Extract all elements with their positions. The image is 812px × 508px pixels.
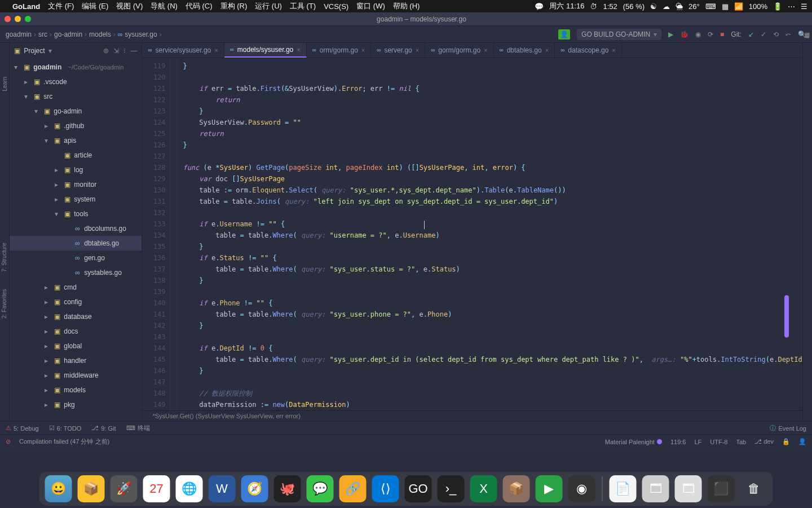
tree-item-models[interactable]: ▸▣models (10, 383, 142, 397)
tab-dbtables-go[interactable]: ∞dbtables.go× (494, 43, 555, 58)
close-tab-icon[interactable]: × (612, 47, 615, 54)
dock-launchpad[interactable]: 🚀 (111, 475, 138, 502)
todo-tool-tab[interactable]: ☑6: TODO (49, 424, 82, 432)
settings-icon[interactable]: ⁝ (123, 47, 126, 55)
crumb-4[interactable]: sysuser.go (125, 30, 157, 38)
mem-icon[interactable]: 👤 (798, 438, 806, 445)
collapse-icon[interactable]: ⇲ (113, 47, 119, 55)
left-tool-structure[interactable]: 7: Structure (1, 243, 7, 272)
breadcrumb[interactable]: goadmin› src› go-admin› models› ∞ sysuse… (6, 30, 162, 38)
user-icon[interactable]: 👤 (558, 29, 570, 40)
dock-finder[interactable]: 😀 (45, 475, 72, 502)
indent[interactable]: Tab (736, 439, 746, 445)
close-tab-icon[interactable]: × (214, 47, 218, 54)
crumb-2[interactable]: go-admin (54, 30, 82, 38)
dock-doc-3[interactable]: 🗔 (675, 475, 702, 502)
close-tab-icon[interactable]: × (361, 47, 365, 54)
dock-excel[interactable]: X (470, 475, 497, 502)
dock-goland[interactable]: GO (405, 475, 432, 502)
weather-icon[interactable]: 🌦 (676, 2, 683, 11)
dock-vscode[interactable]: ⟨⟩ (372, 475, 399, 502)
tree-item--github[interactable]: ▸▣.github (10, 119, 142, 133)
theme-name[interactable]: Material Palenight (605, 439, 662, 445)
tree-item-log[interactable]: ▸▣log (10, 163, 142, 177)
tree-item-system[interactable]: ▸▣system (10, 192, 142, 207)
dock-terminal[interactable]: ›_ (438, 475, 465, 502)
crumb-1[interactable]: src (38, 30, 47, 38)
wifi-icon[interactable]: 📶 (734, 2, 743, 11)
app-name[interactable]: GoLand (12, 2, 40, 11)
menu-code[interactable]: 代码 (C) (186, 1, 213, 11)
tree-item-middleware[interactable]: ▸▣middleware (10, 368, 142, 383)
cloud-icon[interactable]: ☁ (663, 2, 670, 11)
input-icon[interactable]: ⌨ (705, 2, 716, 11)
tree-item-cmd[interactable]: ▸▣cmd (10, 280, 142, 295)
menu-refactor[interactable]: 重构 (R) (220, 1, 248, 11)
dock-trash[interactable]: 🗑 (740, 475, 767, 502)
menu-run[interactable]: 运行 (U) (255, 1, 282, 11)
dock-wechat[interactable]: 💬 (307, 475, 334, 502)
tree-item-systables-go[interactable]: ∞systables.go (10, 265, 142, 280)
menu-vcs[interactable]: VCS(S) (324, 2, 348, 11)
git-commit-icon[interactable]: ✓ (761, 30, 766, 38)
tab-orm-gorm-go[interactable]: ∞orm/gorm.go× (307, 43, 372, 58)
tree-item-go-admin[interactable]: ▾▣go-admin (10, 104, 142, 119)
left-tool-learn[interactable]: Learn (2, 77, 8, 91)
event-log-tab[interactable]: ⓘEvent Log (770, 424, 806, 432)
crumb-3[interactable]: models (89, 30, 111, 38)
project-tree[interactable]: ▾▣ goadmin ~/Code/Go/goadmin ▸▣.vscode▾▣… (10, 59, 142, 421)
menu-help[interactable]: 帮助 (H) (393, 1, 420, 11)
close-window-button[interactable] (5, 16, 11, 22)
tree-item-global[interactable]: ▸▣global (10, 339, 142, 353)
menu-window[interactable]: 窗口 (W) (356, 1, 385, 11)
minimize-window-button[interactable] (15, 16, 21, 22)
tree-item-apis[interactable]: ▾▣apis (10, 133, 142, 148)
locate-icon[interactable]: ⊚ (103, 47, 109, 55)
cursor-position[interactable]: 119:6 (670, 439, 686, 445)
dock-calendar[interactable]: 27 (143, 475, 170, 502)
tab-datascope-go[interactable]: ∞datascope.go× (555, 43, 622, 58)
close-tab-icon[interactable]: × (484, 47, 487, 54)
u1-icon[interactable]: ☯ (650, 2, 657, 11)
menu-navigate[interactable]: 导航 (N) (151, 1, 178, 11)
dock-iqiyi[interactable]: ▶ (536, 475, 563, 502)
left-tool-favorites[interactable]: 2: Favorites (1, 289, 7, 318)
maximize-window-button[interactable] (25, 16, 31, 22)
search-icon[interactable]: 🔍 (798, 30, 806, 38)
tree-item-pkg[interactable]: ▸▣pkg (10, 397, 142, 412)
tab-server-go[interactable]: ∞server.go× (371, 43, 425, 58)
hide-icon[interactable]: — (130, 47, 137, 55)
tree-item-database[interactable]: ▸▣database (10, 309, 142, 324)
dock-github[interactable]: 🐙 (274, 475, 301, 502)
run-button[interactable]: ▶ (668, 30, 673, 38)
project-mode-chevron-icon[interactable]: ▾ (48, 47, 52, 55)
git-history-icon[interactable]: ⟲ (773, 30, 779, 38)
tree-item-monitor[interactable]: ▸▣monitor (10, 177, 142, 192)
menu-tools[interactable]: 工具 (T) (290, 1, 316, 11)
code-editor[interactable]: } if err = table.First(&SysUserView).Err… (177, 58, 802, 410)
tree-item-src[interactable]: ▾▣src (10, 89, 142, 104)
tree-root[interactable]: ▾▣ goadmin ~/Code/Go/goadmin (10, 60, 142, 75)
battery-icon[interactable]: 🔋 (773, 2, 782, 11)
tree-item-handler[interactable]: ▸▣handler (10, 353, 142, 368)
dock-doc-2[interactable]: 🗔 (642, 475, 669, 502)
tab-service-sysuser-go[interactable]: ∞service/sysuser.go× (142, 43, 224, 58)
tree-item-dbtables-go[interactable]: ∞dbtables.go (10, 236, 142, 251)
scrollbar-thumb[interactable] (784, 295, 789, 338)
profile-button[interactable]: ⟳ (708, 30, 713, 38)
dock-word[interactable]: W (209, 475, 236, 502)
dock-app-1[interactable]: 📦 (78, 475, 105, 502)
git-revert-icon[interactable]: ⤺ (785, 30, 791, 38)
debug-button[interactable]: 🐞 (680, 30, 689, 38)
run-config-selector[interactable]: GO BUILD GO-ADMIN▾ (577, 29, 661, 40)
run-coverage-button[interactable]: ◉ (695, 30, 701, 38)
menu-file[interactable]: 文件 (F) (48, 1, 74, 11)
crumb-0[interactable]: goadmin (6, 30, 32, 38)
right-tool-database[interactable]: 数据库 (803, 43, 811, 49)
tree-item-gen-go[interactable]: ∞gen.go (10, 251, 142, 265)
lock-icon[interactable]: 🔒 (782, 438, 790, 445)
dock-obs[interactable]: ◉ (568, 475, 595, 502)
git-update-icon[interactable]: ↙ (748, 30, 754, 38)
dock-safari[interactable]: 🧭 (241, 475, 268, 502)
dock-archive[interactable]: 📦 (503, 475, 530, 502)
